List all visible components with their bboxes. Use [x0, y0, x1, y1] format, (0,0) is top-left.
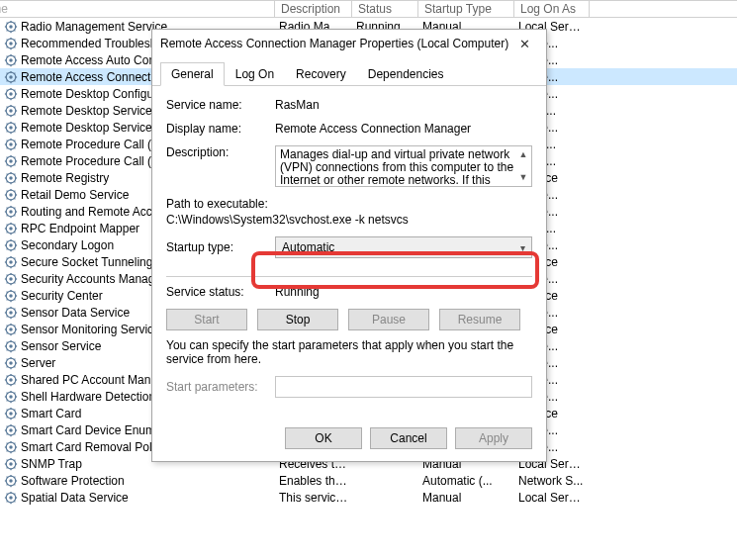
svg-line-16 [7, 39, 8, 40]
svg-line-279 [14, 476, 15, 477]
stop-button[interactable]: Stop [257, 309, 338, 330]
svg-line-118 [7, 215, 8, 216]
tab-general[interactable]: General [160, 62, 225, 86]
svg-line-39 [14, 72, 15, 73]
resume-button: Resume [439, 309, 520, 330]
gear-icon [4, 272, 18, 286]
control-buttons: Start Stop Pause Resume [166, 309, 532, 330]
gear-icon [4, 238, 18, 252]
svg-line-129 [14, 224, 15, 225]
svg-point-211 [9, 378, 13, 382]
svg-line-28 [7, 63, 8, 64]
svg-line-228 [7, 400, 8, 401]
svg-line-246 [7, 425, 8, 426]
svg-line-239 [14, 409, 15, 410]
gear-icon [4, 154, 18, 168]
table-row[interactable]: Software ProtectionEnables the ...Automa… [0, 472, 737, 489]
svg-line-259 [14, 442, 15, 443]
svg-line-287 [14, 501, 15, 502]
ok-button[interactable]: OK [285, 427, 362, 449]
svg-line-208 [7, 366, 8, 367]
svg-point-41 [9, 92, 13, 96]
svg-line-237 [14, 417, 15, 418]
svg-line-258 [7, 450, 8, 451]
svg-line-216 [7, 375, 8, 376]
chevron-up-icon[interactable]: ▲ [519, 148, 528, 161]
svg-line-136 [7, 240, 8, 241]
tab-dependencies[interactable]: Dependencies [357, 62, 455, 86]
label-display-name: Display name: [166, 122, 275, 136]
value-display-name: Remote Access Connection Manager [275, 122, 532, 136]
cancel-button[interactable]: Cancel [370, 427, 447, 449]
svg-line-288 [7, 501, 8, 502]
svg-line-196 [7, 341, 8, 342]
svg-line-169 [14, 291, 15, 292]
svg-line-158 [7, 282, 8, 283]
svg-point-271 [9, 479, 13, 483]
tab-recovery[interactable]: Recovery [285, 62, 357, 86]
service-name: RPC Endpoint Mapper [21, 222, 139, 235]
description-scrollbar[interactable]: ▲ ▼ [515, 146, 531, 186]
svg-line-98 [7, 181, 8, 182]
svg-line-248 [7, 433, 8, 434]
startup-type-select[interactable]: Automatic ▾ [275, 236, 532, 258]
svg-line-76 [7, 140, 8, 140]
service-name: Routing and Remote Access [21, 205, 170, 219]
col-status[interactable]: Status [352, 1, 418, 17]
svg-point-181 [9, 327, 13, 331]
svg-point-1 [9, 25, 13, 29]
svg-line-68 [7, 131, 8, 132]
svg-line-36 [7, 72, 8, 73]
col-startup[interactable]: Startup Type [418, 1, 514, 17]
table-row[interactable]: Spatial Data ServiceThis service ...Manu… [0, 489, 737, 506]
svg-line-108 [7, 198, 8, 199]
svg-point-241 [9, 428, 13, 432]
gear-icon [4, 323, 18, 336]
dialog-buttons: OK Cancel Apply [152, 420, 546, 461]
service-name: Smart Card [21, 407, 81, 420]
svg-line-57 [14, 114, 15, 115]
tab-logon[interactable]: Log On [225, 62, 285, 86]
grid-header: Name Description Status Startup Type Log… [0, 0, 737, 18]
svg-line-267 [14, 467, 15, 468]
svg-line-276 [7, 476, 8, 477]
svg-line-77 [14, 147, 15, 148]
svg-line-197 [14, 349, 15, 350]
col-desc[interactable]: Description [275, 1, 352, 17]
svg-line-109 [14, 190, 15, 191]
gear-icon [4, 423, 18, 437]
gear-icon [4, 121, 18, 135]
gear-icon [4, 222, 18, 235]
label-service-name: Service name: [166, 98, 275, 112]
description-box[interactable]: Manages dial-up and virtual private netw… [275, 145, 532, 187]
svg-line-67 [14, 131, 15, 132]
svg-point-61 [9, 126, 13, 130]
properties-dialog: Remote Access Connection Manager Propert… [151, 29, 547, 462]
service-name: Retail Demo Service [21, 188, 129, 202]
svg-line-7 [14, 30, 15, 31]
svg-line-148 [7, 265, 8, 266]
col-name[interactable]: Name [0, 1, 275, 17]
svg-line-146 [7, 257, 8, 258]
service-name: Shell Hardware Detection [21, 390, 155, 404]
col-logon[interactable]: Log On As [514, 1, 590, 17]
value-service-name: RasMan [275, 98, 532, 112]
svg-line-137 [14, 248, 15, 249]
start-button: Start [166, 309, 247, 330]
gear-icon [4, 390, 18, 404]
chevron-down-icon[interactable]: ▼ [519, 171, 528, 184]
svg-line-106 [7, 190, 8, 191]
dialog-titlebar[interactable]: Remote Access Connection Manager Propert… [152, 30, 546, 57]
svg-line-286 [7, 493, 8, 494]
close-icon[interactable]: ✕ [510, 37, 538, 51]
svg-line-159 [14, 274, 15, 275]
service-name: Radio Management Service [21, 20, 167, 34]
svg-point-11 [9, 42, 13, 46]
svg-line-126 [7, 224, 8, 225]
dialog-title: Remote Access Connection Manager Propert… [160, 37, 510, 50]
svg-line-27 [14, 63, 15, 64]
svg-line-156 [7, 274, 8, 275]
gear-icon [4, 356, 18, 370]
svg-line-47 [14, 97, 15, 98]
svg-line-176 [7, 308, 8, 309]
